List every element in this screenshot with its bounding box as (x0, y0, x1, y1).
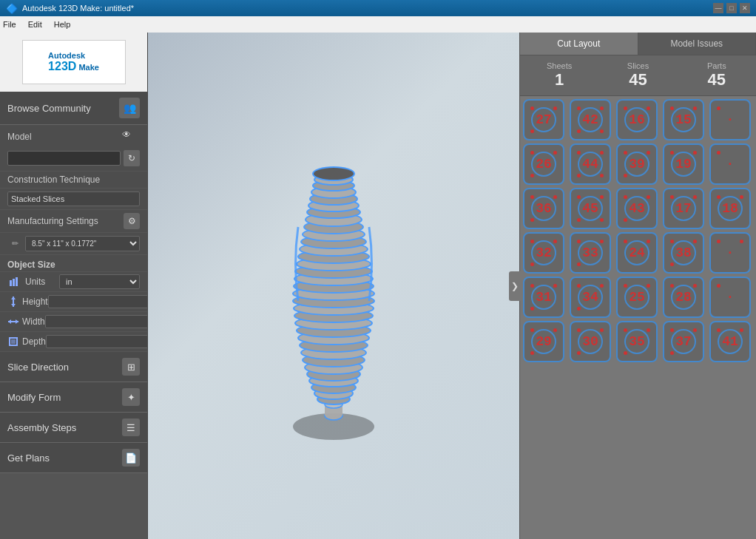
cut-layout-grid: 27421615·26443919·364543171832332438·313… (520, 96, 756, 539)
svg-rect-2 (16, 277, 18, 286)
model-filename-input[interactable]: NomadV2.stl (7, 151, 121, 166)
manufacturing-settings-icon[interactable]: ⚙ (124, 213, 140, 229)
height-input[interactable]: 8.001 (48, 295, 148, 308)
panel-tabs: Cut Layout Model Issues (520, 33, 756, 55)
maximize-button[interactable]: □ (726, 3, 737, 13)
slice-direction-icon: ⊞ (122, 358, 140, 376)
3d-model-svg (260, 116, 408, 456)
menu-file[interactable]: File (3, 20, 16, 29)
slice-item: · (709, 277, 751, 318)
slice-item: 33 (570, 232, 611, 274)
get-plans-label: Get Plans (7, 452, 50, 464)
viewport[interactable] (148, 33, 519, 539)
menu-edit[interactable]: Edit (28, 20, 42, 29)
units-row: Units in mm cm (0, 272, 147, 292)
slices-label: Slices (598, 61, 677, 70)
construction-technique-label: Construction Technique (7, 174, 100, 185)
slice-item: 34 (570, 277, 611, 318)
stat-slices: Slices 45 (598, 61, 677, 89)
model-eye-icon[interactable]: 👁 (122, 129, 140, 147)
title-bar: 🔷 Autodesk 123D Make: untitled* — □ ✕ (0, 0, 756, 16)
slice-item: 16 (616, 99, 658, 140)
tab-model-issues[interactable]: Model Issues (638, 33, 757, 55)
manufacturing-settings-section: Manufacturing Settings ⚙ (0, 210, 147, 233)
height-label: Height (22, 296, 48, 307)
svg-marker-8 (16, 319, 18, 324)
slice-item: 24 (616, 232, 658, 274)
slice-item: 35 (616, 321, 658, 362)
model-refresh-button[interactable]: ↻ (124, 150, 140, 166)
object-size-header: Object Size (0, 255, 147, 272)
slice-item: 43 (616, 188, 658, 229)
manufacturing-settings-label: Manufacturing Settings (7, 216, 98, 226)
sheets-label: Sheets (520, 61, 598, 70)
units-select[interactable]: in mm cm (59, 274, 140, 289)
assembly-steps-label: Assembly Steps (7, 422, 76, 433)
get-plans-icon: 📄 (122, 449, 140, 467)
depth-icon (7, 334, 19, 349)
menu-help[interactable]: Help (54, 20, 71, 29)
width-label: Width (22, 316, 45, 327)
svg-marker-5 (11, 304, 16, 307)
slice-item: 25 (616, 277, 658, 318)
slice-item: · (709, 143, 751, 185)
modify-form-icon: ✦ (122, 388, 140, 406)
svg-rect-0 (10, 280, 12, 286)
depth-input[interactable]: 1.642 (46, 335, 148, 348)
depth-row: Depth 1.642 ▲ ▼ (0, 332, 147, 352)
assembly-steps-icon: ☰ (122, 418, 140, 436)
slice-item: 32 (523, 232, 564, 274)
units-label: Units (25, 277, 59, 287)
pen-icon: ✏ (7, 237, 22, 251)
slice-direction-button[interactable]: Slice Direction ⊞ (0, 352, 147, 382)
svg-rect-1 (13, 279, 15, 286)
slice-item: 31 (523, 277, 564, 318)
construction-technique-select[interactable]: Stacked Slices Interlocked Slices Curve … (7, 191, 140, 206)
width-row: Width 1.642 ▲ ▼ (0, 312, 147, 332)
browse-community-button[interactable]: Browse Community 👥 (0, 92, 147, 125)
slices-value: 45 (598, 70, 677, 89)
logo-area: Autodesk123D Make (0, 33, 147, 92)
panel-stats: Sheets 1 Slices 45 Parts 45 (520, 55, 756, 96)
units-icon (7, 274, 22, 289)
height-icon (7, 294, 19, 309)
slice-item: 39 (616, 143, 658, 185)
width-icon (7, 314, 19, 329)
technique-dropdown-row: Stacked Slices Interlocked Slices Curve … (0, 189, 147, 210)
parts-value: 45 (678, 70, 756, 89)
slice-item: 26 (523, 143, 564, 185)
model-label: Model (7, 132, 32, 142)
sidebar: Autodesk123D Make Browse Community 👥 Mod… (0, 33, 148, 539)
slice-item: 28 (663, 277, 704, 318)
width-input[interactable]: 1.642 (45, 315, 148, 328)
mfg-dropdown-row: ✏ 8.5" x 11" x 0.1772" (0, 233, 147, 255)
slice-item: 19 (663, 143, 704, 185)
stat-sheets: Sheets 1 (520, 61, 598, 89)
slice-item: 29 (523, 321, 564, 362)
slice-item: 37 (663, 321, 704, 362)
panel-toggle-icon: ❯ (511, 281, 519, 291)
slice-item: · (709, 99, 751, 140)
close-button[interactable]: ✕ (740, 3, 750, 13)
sheets-value: 1 (520, 70, 598, 89)
assembly-steps-button[interactable]: Assembly Steps ☰ (0, 413, 147, 443)
minimize-button[interactable]: — (713, 3, 723, 13)
slice-item: 42 (570, 99, 611, 140)
slice-item: · (709, 232, 751, 274)
parts-label: Parts (678, 61, 756, 70)
slice-item: 44 (570, 143, 611, 185)
slice-item: 18 (709, 188, 751, 229)
menu-bar: File Edit Help (0, 16, 756, 33)
get-plans-button[interactable]: Get Plans 📄 (0, 443, 147, 473)
modify-form-label: Modify Form (7, 392, 61, 403)
app-logo: Autodesk123D Make (22, 40, 126, 84)
app-title: Autodesk 123D Make: untitled* (22, 4, 134, 13)
mfg-settings-select[interactable]: 8.5" x 11" x 0.1772" (25, 236, 140, 251)
tab-cut-layout[interactable]: Cut Layout (520, 33, 638, 55)
slice-item: 15 (663, 99, 704, 140)
panel-toggle-button[interactable]: ❯ (509, 271, 521, 301)
modify-form-button[interactable]: Modify Form ✦ (0, 382, 147, 413)
window-controls[interactable]: — □ ✕ (713, 3, 750, 13)
depth-label: Depth (22, 336, 46, 347)
svg-point-47 (313, 167, 354, 180)
